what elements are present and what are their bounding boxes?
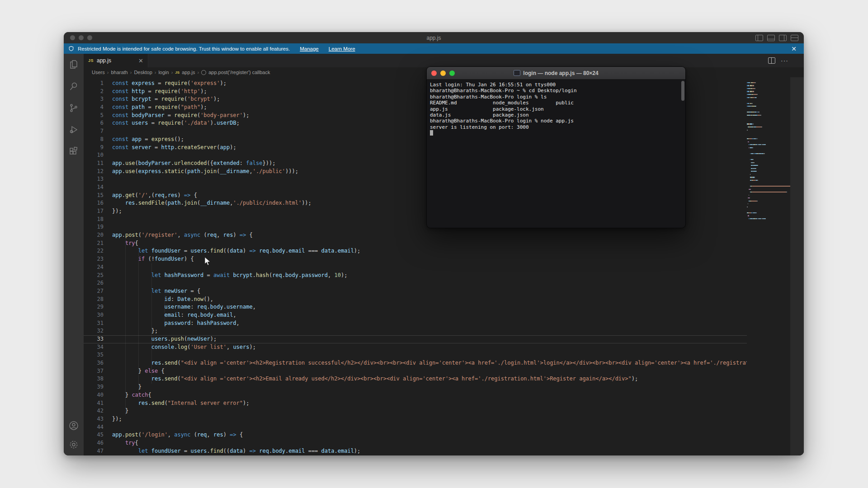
code-line xyxy=(112,423,747,432)
line-number: 39 xyxy=(84,383,104,391)
extensions-icon[interactable] xyxy=(68,146,79,157)
breadcrumb-item[interactable]: Desktop xyxy=(134,70,152,75)
line-number: 31 xyxy=(84,319,104,328)
code-line: let newUser = { xyxy=(112,287,747,296)
line-number: 17 xyxy=(84,207,104,216)
terminal-window: login — node app.js — 80×24 Last login: … xyxy=(426,66,686,228)
code-line: } xyxy=(112,383,747,391)
line-number: 21 xyxy=(84,239,104,248)
breadcrumb-item[interactable]: bharath xyxy=(111,70,127,75)
terminal-app-icon xyxy=(514,70,520,76)
breadcrumb-item[interactable]: app.post('/register') callback xyxy=(208,70,270,75)
manage-link[interactable]: Manage xyxy=(300,46,319,52)
line-number: 34 xyxy=(84,343,104,352)
line-number: 29 xyxy=(84,303,104,311)
breadcrumb-separator: › xyxy=(171,70,173,75)
line-number: 22 xyxy=(84,247,104,255)
line-number: 19 xyxy=(84,223,104,231)
split-editor-icon[interactable] xyxy=(768,57,775,64)
line-number: 28 xyxy=(84,296,104,304)
editor-scrollbar[interactable] xyxy=(790,77,804,455)
line-number: 37 xyxy=(84,367,104,375)
line-number: 44 xyxy=(84,423,104,432)
line-number: 27 xyxy=(84,287,104,296)
breadcrumb-separator: › xyxy=(155,70,156,75)
terminal-body[interactable]: Last login: Thu Jan 26 16:55:51 on ttys0… xyxy=(427,80,685,228)
line-number: 30 xyxy=(84,311,104,319)
code-line: let hashPassword = await bcrypt.hash(req… xyxy=(112,272,747,280)
code-line: } else { xyxy=(112,367,747,375)
line-number: 47 xyxy=(84,447,104,455)
search-icon[interactable] xyxy=(68,81,79,92)
code-line: res.send("<div align ='center'><h2>Email… xyxy=(112,375,747,383)
javascript-file-icon: JS xyxy=(175,70,179,75)
line-number: 4 xyxy=(84,103,104,112)
terminal-scrollbar[interactable] xyxy=(681,81,684,101)
line-number: 46 xyxy=(84,439,104,447)
code-line: app.post('/login', async (req, res) => { xyxy=(112,431,747,439)
terminal-titlebar[interactable]: login — node app.js — 80×24 xyxy=(427,67,685,80)
breadcrumb-item[interactable]: login xyxy=(158,70,169,75)
code-line: app.post('/register', async (req, res) =… xyxy=(112,231,747,239)
breadcrumb-item[interactable]: app.js xyxy=(182,70,195,75)
code-line: try{ xyxy=(112,239,747,248)
line-number: 35 xyxy=(84,351,104,359)
toggle-panel-icon[interactable] xyxy=(767,35,775,41)
banner-message: Restricted Mode is intended for safe cod… xyxy=(78,46,290,52)
line-number: 15 xyxy=(84,192,104,200)
activity-bar-bottom xyxy=(68,420,79,455)
line-number: 11 xyxy=(84,160,104,168)
run-debug-icon[interactable] xyxy=(68,124,79,135)
vscode-titlebar: app.js xyxy=(64,32,804,43)
toggle-sidebar-icon[interactable] xyxy=(755,35,763,41)
line-number: 6 xyxy=(84,119,104,127)
source-control-icon[interactable] xyxy=(68,103,79,113)
zoom-window-button[interactable] xyxy=(87,35,92,40)
layout-controls xyxy=(755,35,798,41)
line-number: 36 xyxy=(84,359,104,367)
line-number-gutter: 1234567891011121314151617181920212223242… xyxy=(84,80,104,455)
line-number: 45 xyxy=(84,431,104,439)
account-icon[interactable] xyxy=(68,420,79,431)
terminal-close-button[interactable] xyxy=(431,70,437,76)
code-line: let foundUser = users.find((data) => req… xyxy=(112,447,747,455)
toggle-secondary-sidebar-icon[interactable] xyxy=(779,35,787,41)
explorer-icon[interactable] xyxy=(68,59,79,70)
code-line: users.push(newUser); xyxy=(112,335,747,343)
terminal-title: login — node app.js — 80×24 xyxy=(427,70,685,76)
banner-close-icon[interactable]: ✕ xyxy=(788,45,799,52)
line-number: 24 xyxy=(84,263,104,272)
code-line xyxy=(112,263,747,272)
breadcrumb-separator: › xyxy=(198,70,199,75)
minimap[interactable] xyxy=(747,80,790,455)
terminal-minimize-button[interactable] xyxy=(440,70,446,76)
window-title: app.js xyxy=(64,35,804,41)
terminal-window-controls xyxy=(431,70,455,76)
line-number: 2 xyxy=(84,88,104,96)
editor-actions: ··· xyxy=(768,54,788,67)
code-line xyxy=(112,279,747,287)
customize-layout-icon[interactable] xyxy=(791,35,798,41)
code-line: } catch{ xyxy=(112,391,747,399)
window-controls xyxy=(70,35,92,40)
line-number: 41 xyxy=(84,399,104,408)
minimize-window-button[interactable] xyxy=(79,35,84,40)
line-number: 7 xyxy=(84,127,104,136)
code-line: console.log('User list', users); xyxy=(112,343,747,352)
terminal-title-text: login — node app.js — 80×24 xyxy=(523,70,598,76)
close-window-button[interactable] xyxy=(70,35,75,40)
line-number: 23 xyxy=(84,255,104,263)
tab-close-icon[interactable]: ✕ xyxy=(138,58,143,64)
settings-gear-icon[interactable] xyxy=(68,439,79,450)
learn-more-link[interactable]: Learn More xyxy=(329,46,355,52)
code-line: password: hashPassword, xyxy=(112,319,747,328)
line-number: 9 xyxy=(84,144,104,152)
breadcrumb-item[interactable]: Users xyxy=(92,70,105,75)
line-number: 38 xyxy=(84,375,104,383)
line-number: 10 xyxy=(84,151,104,160)
line-number: 33 xyxy=(84,335,104,343)
terminal-zoom-button[interactable] xyxy=(449,70,455,76)
line-number: 43 xyxy=(84,415,104,423)
tab-appjs[interactable]: JS app.js ✕ xyxy=(84,54,148,67)
code-line: }); xyxy=(112,415,747,423)
